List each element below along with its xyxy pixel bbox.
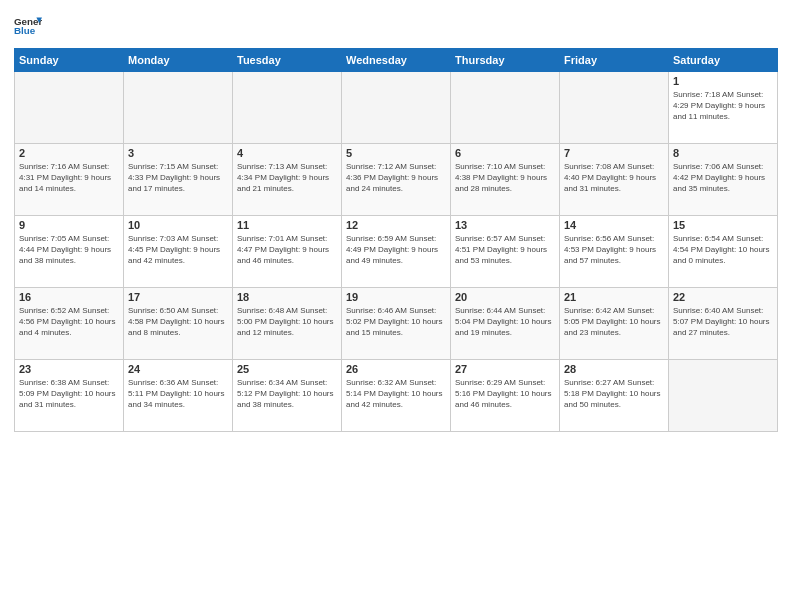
day-info: Sunrise: 7:18 AM Sunset: 4:29 PM Dayligh… — [673, 89, 773, 123]
day-info: Sunrise: 6:56 AM Sunset: 4:53 PM Dayligh… — [564, 233, 664, 267]
logo-icon: General Blue — [14, 12, 42, 40]
day-number: 5 — [346, 147, 446, 159]
calendar-cell — [560, 72, 669, 144]
day-info: Sunrise: 7:03 AM Sunset: 4:45 PM Dayligh… — [128, 233, 228, 267]
calendar-cell: 5Sunrise: 7:12 AM Sunset: 4:36 PM Daylig… — [342, 144, 451, 216]
calendar-cell: 4Sunrise: 7:13 AM Sunset: 4:34 PM Daylig… — [233, 144, 342, 216]
calendar-cell: 6Sunrise: 7:10 AM Sunset: 4:38 PM Daylig… — [451, 144, 560, 216]
day-number: 22 — [673, 291, 773, 303]
calendar-cell: 21Sunrise: 6:42 AM Sunset: 5:05 PM Dayli… — [560, 288, 669, 360]
day-info: Sunrise: 6:57 AM Sunset: 4:51 PM Dayligh… — [455, 233, 555, 267]
day-info: Sunrise: 7:01 AM Sunset: 4:47 PM Dayligh… — [237, 233, 337, 267]
day-info: Sunrise: 6:52 AM Sunset: 4:56 PM Dayligh… — [19, 305, 119, 339]
weekday-header: Sunday — [15, 49, 124, 72]
calendar-cell: 23Sunrise: 6:38 AM Sunset: 5:09 PM Dayli… — [15, 360, 124, 432]
calendar-cell: 24Sunrise: 6:36 AM Sunset: 5:11 PM Dayli… — [124, 360, 233, 432]
calendar-cell: 2Sunrise: 7:16 AM Sunset: 4:31 PM Daylig… — [15, 144, 124, 216]
day-info: Sunrise: 6:36 AM Sunset: 5:11 PM Dayligh… — [128, 377, 228, 411]
day-info: Sunrise: 6:44 AM Sunset: 5:04 PM Dayligh… — [455, 305, 555, 339]
day-info: Sunrise: 6:34 AM Sunset: 5:12 PM Dayligh… — [237, 377, 337, 411]
calendar-cell: 9Sunrise: 7:05 AM Sunset: 4:44 PM Daylig… — [15, 216, 124, 288]
weekday-header: Friday — [560, 49, 669, 72]
calendar-cell — [669, 360, 778, 432]
day-number: 3 — [128, 147, 228, 159]
day-info: Sunrise: 6:50 AM Sunset: 4:58 PM Dayligh… — [128, 305, 228, 339]
day-info: Sunrise: 6:48 AM Sunset: 5:00 PM Dayligh… — [237, 305, 337, 339]
day-number: 9 — [19, 219, 119, 231]
weekday-header: Saturday — [669, 49, 778, 72]
calendar-cell: 14Sunrise: 6:56 AM Sunset: 4:53 PM Dayli… — [560, 216, 669, 288]
calendar-cell: 3Sunrise: 7:15 AM Sunset: 4:33 PM Daylig… — [124, 144, 233, 216]
day-info: Sunrise: 7:08 AM Sunset: 4:40 PM Dayligh… — [564, 161, 664, 195]
day-info: Sunrise: 7:05 AM Sunset: 4:44 PM Dayligh… — [19, 233, 119, 267]
calendar-cell: 22Sunrise: 6:40 AM Sunset: 5:07 PM Dayli… — [669, 288, 778, 360]
day-number: 17 — [128, 291, 228, 303]
calendar-cell: 11Sunrise: 7:01 AM Sunset: 4:47 PM Dayli… — [233, 216, 342, 288]
weekday-header: Wednesday — [342, 49, 451, 72]
calendar-cell: 19Sunrise: 6:46 AM Sunset: 5:02 PM Dayli… — [342, 288, 451, 360]
day-info: Sunrise: 7:10 AM Sunset: 4:38 PM Dayligh… — [455, 161, 555, 195]
calendar-cell: 28Sunrise: 6:27 AM Sunset: 5:18 PM Dayli… — [560, 360, 669, 432]
day-info: Sunrise: 7:15 AM Sunset: 4:33 PM Dayligh… — [128, 161, 228, 195]
calendar-cell — [15, 72, 124, 144]
calendar-cell: 27Sunrise: 6:29 AM Sunset: 5:16 PM Dayli… — [451, 360, 560, 432]
day-info: Sunrise: 6:38 AM Sunset: 5:09 PM Dayligh… — [19, 377, 119, 411]
calendar-table: SundayMondayTuesdayWednesdayThursdayFrid… — [14, 48, 778, 432]
calendar-header-row: SundayMondayTuesdayWednesdayThursdayFrid… — [15, 49, 778, 72]
calendar-cell: 26Sunrise: 6:32 AM Sunset: 5:14 PM Dayli… — [342, 360, 451, 432]
day-number: 26 — [346, 363, 446, 375]
calendar-cell — [124, 72, 233, 144]
day-number: 15 — [673, 219, 773, 231]
day-info: Sunrise: 6:29 AM Sunset: 5:16 PM Dayligh… — [455, 377, 555, 411]
calendar-body: 1Sunrise: 7:18 AM Sunset: 4:29 PM Daylig… — [15, 72, 778, 432]
day-number: 14 — [564, 219, 664, 231]
day-number: 27 — [455, 363, 555, 375]
day-number: 12 — [346, 219, 446, 231]
day-info: Sunrise: 7:13 AM Sunset: 4:34 PM Dayligh… — [237, 161, 337, 195]
day-number: 8 — [673, 147, 773, 159]
day-info: Sunrise: 7:12 AM Sunset: 4:36 PM Dayligh… — [346, 161, 446, 195]
svg-text:Blue: Blue — [14, 25, 36, 36]
day-number: 1 — [673, 75, 773, 87]
calendar-cell: 12Sunrise: 6:59 AM Sunset: 4:49 PM Dayli… — [342, 216, 451, 288]
day-info: Sunrise: 6:40 AM Sunset: 5:07 PM Dayligh… — [673, 305, 773, 339]
weekday-header: Monday — [124, 49, 233, 72]
day-info: Sunrise: 7:16 AM Sunset: 4:31 PM Dayligh… — [19, 161, 119, 195]
day-info: Sunrise: 6:32 AM Sunset: 5:14 PM Dayligh… — [346, 377, 446, 411]
page-header: General Blue — [14, 12, 778, 40]
calendar-cell: 7Sunrise: 7:08 AM Sunset: 4:40 PM Daylig… — [560, 144, 669, 216]
day-number: 10 — [128, 219, 228, 231]
calendar-cell: 15Sunrise: 6:54 AM Sunset: 4:54 PM Dayli… — [669, 216, 778, 288]
day-number: 4 — [237, 147, 337, 159]
calendar-cell: 17Sunrise: 6:50 AM Sunset: 4:58 PM Dayli… — [124, 288, 233, 360]
calendar-week-row: 1Sunrise: 7:18 AM Sunset: 4:29 PM Daylig… — [15, 72, 778, 144]
day-number: 25 — [237, 363, 337, 375]
day-info: Sunrise: 6:42 AM Sunset: 5:05 PM Dayligh… — [564, 305, 664, 339]
logo: General Blue — [14, 12, 42, 40]
day-info: Sunrise: 6:46 AM Sunset: 5:02 PM Dayligh… — [346, 305, 446, 339]
day-number: 21 — [564, 291, 664, 303]
day-number: 13 — [455, 219, 555, 231]
calendar-cell: 10Sunrise: 7:03 AM Sunset: 4:45 PM Dayli… — [124, 216, 233, 288]
day-number: 20 — [455, 291, 555, 303]
calendar-cell: 25Sunrise: 6:34 AM Sunset: 5:12 PM Dayli… — [233, 360, 342, 432]
calendar-week-row: 9Sunrise: 7:05 AM Sunset: 4:44 PM Daylig… — [15, 216, 778, 288]
day-info: Sunrise: 6:27 AM Sunset: 5:18 PM Dayligh… — [564, 377, 664, 411]
calendar-cell: 13Sunrise: 6:57 AM Sunset: 4:51 PM Dayli… — [451, 216, 560, 288]
day-info: Sunrise: 6:59 AM Sunset: 4:49 PM Dayligh… — [346, 233, 446, 267]
day-number: 7 — [564, 147, 664, 159]
day-number: 16 — [19, 291, 119, 303]
day-number: 6 — [455, 147, 555, 159]
day-number: 28 — [564, 363, 664, 375]
calendar-cell — [342, 72, 451, 144]
calendar-cell: 1Sunrise: 7:18 AM Sunset: 4:29 PM Daylig… — [669, 72, 778, 144]
calendar-cell: 18Sunrise: 6:48 AM Sunset: 5:00 PM Dayli… — [233, 288, 342, 360]
calendar-week-row: 23Sunrise: 6:38 AM Sunset: 5:09 PM Dayli… — [15, 360, 778, 432]
day-info: Sunrise: 6:54 AM Sunset: 4:54 PM Dayligh… — [673, 233, 773, 267]
day-number: 18 — [237, 291, 337, 303]
day-number: 24 — [128, 363, 228, 375]
day-info: Sunrise: 7:06 AM Sunset: 4:42 PM Dayligh… — [673, 161, 773, 195]
weekday-header: Tuesday — [233, 49, 342, 72]
day-number: 19 — [346, 291, 446, 303]
calendar-cell — [233, 72, 342, 144]
